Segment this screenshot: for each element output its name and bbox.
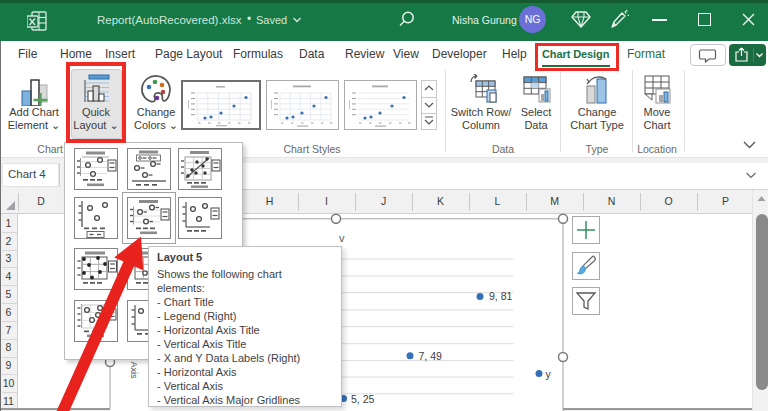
svg-text:5, 25: 5, 25 [351, 393, 375, 405]
svg-text:y: y [546, 368, 552, 380]
svg-text:9, 81: 9, 81 [489, 290, 513, 302]
svg-text:v: v [339, 232, 345, 244]
svg-text:Axis: Axis [129, 362, 139, 380]
svg-text:7, 49: 7, 49 [419, 350, 443, 362]
